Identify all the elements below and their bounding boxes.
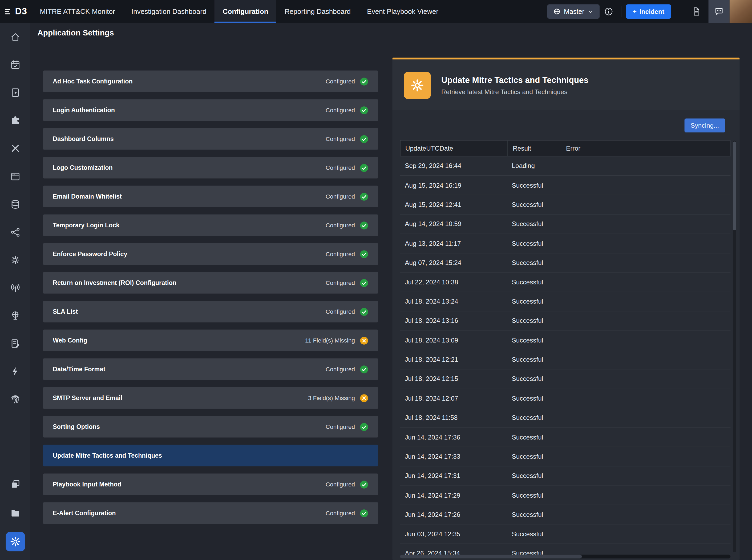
sidebar-item-settings-gear[interactable] [0, 527, 30, 556]
update-date-cell: Jul 18, 2024 13:16 [400, 311, 507, 330]
config-row-logo-customization[interactable]: Logo CustomizationConfigured [43, 157, 378, 179]
config-row-playbook-input-method[interactable]: Playbook Input MethodConfigured [43, 474, 378, 495]
result-cell: Successful [507, 389, 561, 408]
vertical-scrollbar[interactable] [733, 140, 736, 552]
config-status: 11 Field(s) Missing [305, 336, 368, 345]
nav-tab-mitre-att-ck-monitor[interactable]: MITRE ATT&CK Monitor [32, 0, 123, 23]
detail-header-text: Update Mitre Tactics and Techniques Retr… [441, 76, 588, 96]
main-content: Application Settings Ad Hoc Task Configu… [30, 23, 752, 560]
result-cell: Successful [507, 176, 561, 195]
sidebar-item-folder[interactable] [0, 498, 30, 527]
sidebar-item-home[interactable] [0, 23, 30, 51]
table-row: Jul 18, 2024 13:24Successful [400, 292, 730, 312]
sidebar-item-copy-windows[interactable] [0, 469, 30, 498]
nav-tab-investigation-dashboard[interactable]: Investigation Dashboard [123, 0, 215, 23]
tenant-dropdown[interactable]: Master [547, 4, 600, 19]
update-date-cell: Aug 15, 2024 16:19 [400, 176, 507, 195]
update-date-cell: Jun 14, 2024 17:29 [400, 486, 507, 505]
chat-icon [714, 7, 724, 16]
config-row-update-mitre-tactics-and-techniques[interactable]: Update Mitre Tactics and Techniques [43, 445, 378, 466]
nav-tab-configuration[interactable]: Configuration [215, 0, 276, 23]
config-row-enforce-password-policy[interactable]: Enforce Password PolicyConfigured [43, 243, 378, 265]
config-row-ad-hoc-task-configuration[interactable]: Ad Hoc Task ConfigurationConfigured [43, 71, 378, 92]
sidebar-item-tools[interactable] [0, 135, 30, 163]
table-row: Jun 03, 2024 12:35Successful [400, 524, 730, 544]
nav-tab-reporting-dashboard[interactable]: Reporting Dashboard [276, 0, 359, 23]
result-cell: Successful [507, 273, 561, 292]
config-label: Update Mitre Tactics and Techniques [53, 452, 162, 459]
table-row: Aug 13, 2024 11:17Successful [400, 234, 730, 254]
sidebar-item-api-gear[interactable] [0, 246, 30, 274]
sidebar-item-broadcast[interactable] [0, 274, 30, 302]
sidebar-item-share[interactable] [0, 218, 30, 246]
config-label: E-Alert Configuration [53, 509, 116, 517]
config-row-smtp-server-and-email[interactable]: SMTP Server and Email3 Field(s) Missing [43, 387, 378, 409]
sidebar-item-database[interactable] [0, 190, 30, 218]
table-row: Jun 14, 2024 17:33Successful [400, 447, 730, 466]
config-row-e-alert-configuration[interactable]: E-Alert ConfigurationConfigured [43, 502, 378, 524]
update-date-cell: Jun 14, 2024 17:26 [400, 505, 507, 524]
sidebar-item-playbook[interactable] [0, 79, 30, 107]
col-error[interactable]: Error [561, 140, 730, 156]
col-result[interactable]: Result [507, 140, 561, 156]
config-label: Login Authentication [53, 107, 115, 114]
config-status: Configured [326, 135, 368, 143]
sidebar-item-calendar[interactable] [0, 51, 30, 79]
config-status: Configured [326, 250, 368, 258]
config-row-temporary-login-lock[interactable]: Temporary Login LockConfigured [43, 215, 378, 236]
config-row-email-domain-whitelist[interactable]: Email Domain WhitelistConfigured [43, 186, 378, 207]
config-row-web-config[interactable]: Web Config11 Field(s) Missing [43, 330, 378, 351]
result-cell: Successful [507, 350, 561, 369]
config-status-text: Configured [326, 510, 355, 517]
d3-logo[interactable]: D3 [0, 6, 32, 17]
result-cell: Successful [507, 311, 561, 330]
config-row-sorting-options[interactable]: Sorting OptionsConfigured [43, 416, 378, 438]
config-status-text: Configured [326, 423, 355, 430]
config-status: Configured [326, 77, 368, 85]
vertical-scrollbar-thumb[interactable] [733, 142, 736, 230]
sidebar-item-lightning[interactable] [0, 357, 30, 385]
sidebar-item-globe-stand[interactable] [0, 302, 30, 330]
config-label: SLA List [53, 308, 78, 315]
horizontal-scrollbar[interactable] [400, 555, 730, 558]
error-cell [560, 292, 730, 311]
table-row: Aug 14, 2024 10:59Successful [400, 215, 730, 234]
sidebar-item-puzzle[interactable] [0, 107, 30, 135]
config-status: Configured [326, 509, 368, 517]
nav-tab-event-playbook-viewer[interactable]: Event Playbook Viewer [359, 0, 447, 23]
table-row: Jul 18, 2024 13:09Successful [400, 331, 730, 350]
error-cell [560, 331, 730, 350]
col-updateutcdate[interactable]: UpdateUTCDate [401, 140, 507, 156]
syncing-button[interactable]: Syncing... [684, 119, 725, 133]
user-avatar[interactable] [730, 0, 752, 23]
config-label: Email Domain Whitelist [53, 193, 122, 200]
config-status-text: Configured [326, 136, 355, 142]
notes-button[interactable] [687, 7, 705, 16]
config-status-text: 3 Field(s) Missing [308, 395, 355, 401]
sidebar-item-app-window[interactable] [0, 162, 30, 190]
folder-icon [10, 507, 21, 518]
table-row: Jul 18, 2024 12:07Successful [400, 389, 730, 408]
left-sidebar [0, 23, 30, 560]
chat-button[interactable] [709, 0, 730, 23]
update-date-cell: Jul 18, 2024 13:09 [400, 331, 507, 350]
config-status-text: Configured [326, 251, 355, 258]
config-label: Playbook Input Method [53, 481, 121, 488]
table-header: UpdateUTCDate Result Error [400, 140, 730, 157]
sidebar-item-form-edit[interactable] [0, 330, 30, 358]
horizontal-scrollbar-thumb[interactable] [400, 555, 582, 558]
new-incident-button[interactable]: + Incident [626, 4, 671, 19]
config-row-sla-list[interactable]: SLA ListConfigured [43, 301, 378, 322]
error-cell [560, 408, 730, 427]
config-label: Dashboard Columns [53, 135, 114, 143]
config-row-dashboard-columns[interactable]: Dashboard ColumnsConfigured [43, 128, 378, 150]
table-row: Jul 18, 2024 11:58Successful [400, 408, 730, 428]
logo-bars-icon [4, 7, 14, 16]
nav-right: Master + Incident [547, 0, 752, 23]
sidebar-item-fingerprint[interactable] [0, 385, 30, 414]
config-row-date-time-format[interactable]: Date/Time FormatConfigured [43, 359, 378, 380]
config-row-return-on-investment-roi-configuration[interactable]: Return on Investment (ROI) Configuration… [43, 272, 378, 294]
config-row-login-authentication[interactable]: Login AuthenticationConfigured [43, 99, 378, 121]
table-row: Jul 18, 2024 13:16Successful [400, 311, 730, 331]
info-button[interactable] [600, 7, 618, 16]
